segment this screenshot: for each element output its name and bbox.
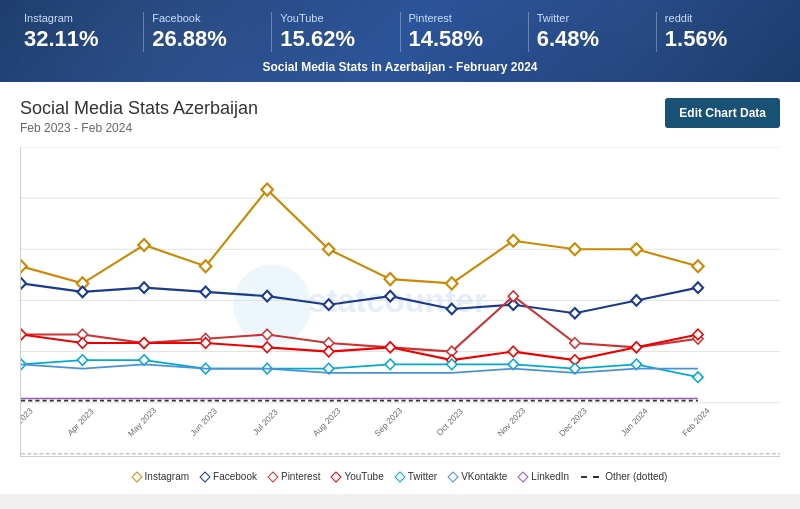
youtube-legend-icon bbox=[331, 471, 342, 482]
chart-title-block: Social Media Stats Azerbaijan Feb 2023 -… bbox=[20, 98, 258, 135]
stat-value: 6.48% bbox=[537, 26, 648, 52]
instagram-legend-icon bbox=[131, 471, 142, 482]
chart-container: Social Media Stats Azerbaijan Feb 2023 -… bbox=[0, 82, 800, 494]
legend-linkedin: LinkedIn bbox=[519, 471, 569, 482]
header: Instagram 32.11% Facebook 26.88% YouTube… bbox=[0, 0, 800, 82]
svg-marker-63 bbox=[21, 329, 26, 340]
svg-marker-40 bbox=[77, 287, 87, 298]
vkontakte-legend-icon bbox=[448, 471, 459, 482]
chart-header: Social Media Stats Azerbaijan Feb 2023 -… bbox=[20, 98, 780, 135]
svg-text:Nov 2023: Nov 2023 bbox=[495, 405, 527, 438]
legend-youtube: YouTube bbox=[332, 471, 383, 482]
svg-marker-68 bbox=[324, 346, 334, 357]
stat-value: 32.11% bbox=[24, 26, 135, 52]
svg-marker-39 bbox=[21, 278, 26, 289]
vkontakte-legend-label: VKontakte bbox=[461, 471, 507, 482]
svg-rect-38 bbox=[692, 260, 704, 272]
svg-text:Dec 2023: Dec 2023 bbox=[557, 405, 589, 438]
pinterest-legend-label: Pinterest bbox=[281, 471, 320, 482]
stat-item-facebook: Facebook 26.88% bbox=[144, 12, 272, 52]
linkedin-legend-label: LinkedIn bbox=[531, 471, 569, 482]
svg-text:Jul 2023: Jul 2023 bbox=[251, 407, 280, 437]
stat-value: 1.56% bbox=[665, 26, 776, 52]
stat-label: Pinterest bbox=[409, 12, 520, 24]
svg-marker-81 bbox=[385, 359, 395, 370]
svg-marker-48 bbox=[570, 308, 580, 319]
svg-rect-37 bbox=[631, 243, 643, 255]
stat-item-youtube: YouTube 15.62% bbox=[272, 12, 400, 52]
stat-item-twitter: Twitter 6.48% bbox=[529, 12, 657, 52]
stat-value: 26.88% bbox=[152, 26, 263, 52]
twitter-legend-icon bbox=[394, 471, 405, 482]
youtube-line bbox=[21, 335, 698, 361]
svg-marker-50 bbox=[693, 282, 703, 293]
stat-label: Instagram bbox=[24, 12, 135, 24]
svg-point-1 bbox=[233, 264, 311, 345]
chart-svg: statcounter 60% 48% 36% 24% 12% 0% Mar 2… bbox=[21, 147, 780, 456]
chart-area: statcounter 60% 48% 36% 24% 12% 0% Mar 2… bbox=[20, 147, 780, 457]
svg-marker-42 bbox=[200, 287, 210, 298]
vkontakte-line bbox=[21, 364, 698, 373]
youtube-legend-label: YouTube bbox=[344, 471, 383, 482]
instagram-legend-label: Instagram bbox=[145, 471, 189, 482]
edit-chart-data-button[interactable]: Edit Chart Data bbox=[665, 98, 780, 128]
svg-marker-41 bbox=[139, 282, 149, 293]
svg-marker-86 bbox=[693, 372, 703, 383]
stat-item-pinterest: Pinterest 14.58% bbox=[401, 12, 529, 52]
chart-title: Social Media Stats Azerbaijan bbox=[20, 98, 258, 119]
chart-legend: Instagram Facebook Pinterest YouTube Twi… bbox=[20, 465, 780, 482]
svg-marker-71 bbox=[508, 346, 518, 357]
svg-text:Oct 2023: Oct 2023 bbox=[434, 406, 465, 438]
legend-pinterest: Pinterest bbox=[269, 471, 320, 482]
stat-item-reddit: reddit 1.56% bbox=[657, 12, 784, 52]
header-subtitle: Social Media Stats in Azerbaijan - Febru… bbox=[16, 60, 784, 74]
stat-item-instagram: Instagram 32.11% bbox=[16, 12, 144, 52]
stat-label: YouTube bbox=[280, 12, 391, 24]
svg-marker-69 bbox=[385, 342, 395, 353]
legend-twitter: Twitter bbox=[396, 471, 437, 482]
twitter-line bbox=[21, 360, 698, 377]
chart-date-range: Feb 2023 - Feb 2024 bbox=[20, 121, 258, 135]
stat-value: 15.62% bbox=[280, 26, 391, 52]
svg-marker-64 bbox=[77, 338, 87, 349]
svg-text:Jun 2023: Jun 2023 bbox=[188, 406, 219, 438]
svg-text:Sep 2023: Sep 2023 bbox=[372, 405, 404, 438]
other-legend-label: Other (dotted) bbox=[605, 471, 667, 482]
legend-facebook: Facebook bbox=[201, 471, 257, 482]
svg-text:May 2023: May 2023 bbox=[126, 405, 159, 439]
facebook-legend-icon bbox=[199, 471, 210, 482]
svg-text:Apr 2023: Apr 2023 bbox=[65, 406, 96, 438]
linkedin-legend-icon bbox=[518, 471, 529, 482]
stat-value: 14.58% bbox=[409, 26, 520, 52]
pinterest-legend-icon bbox=[267, 471, 278, 482]
svg-rect-36 bbox=[569, 243, 581, 255]
stat-label: reddit bbox=[665, 12, 776, 24]
svg-marker-76 bbox=[77, 355, 87, 366]
svg-text:Mar 2023: Mar 2023 bbox=[21, 405, 35, 438]
twitter-legend-label: Twitter bbox=[408, 471, 437, 482]
facebook-legend-label: Facebook bbox=[213, 471, 257, 482]
svg-rect-35 bbox=[508, 235, 520, 247]
legend-instagram: Instagram bbox=[133, 471, 189, 482]
stat-label: Twitter bbox=[537, 12, 648, 24]
legend-other: Other (dotted) bbox=[581, 471, 667, 482]
other-legend-icon bbox=[581, 476, 599, 478]
svg-marker-65 bbox=[139, 338, 149, 349]
stat-label: Facebook bbox=[152, 12, 263, 24]
svg-text:Feb 2024: Feb 2024 bbox=[680, 405, 712, 438]
instagram-line bbox=[21, 190, 698, 284]
svg-text:Jan 2024: Jan 2024 bbox=[619, 406, 650, 438]
stats-row: Instagram 32.11% Facebook 26.88% YouTube… bbox=[16, 12, 784, 52]
svg-marker-49 bbox=[631, 295, 641, 306]
svg-marker-73 bbox=[631, 342, 641, 353]
legend-vkontakte: VKontakte bbox=[449, 471, 507, 482]
svg-text:Aug 2023: Aug 2023 bbox=[311, 405, 343, 438]
svg-rect-27 bbox=[21, 260, 27, 272]
